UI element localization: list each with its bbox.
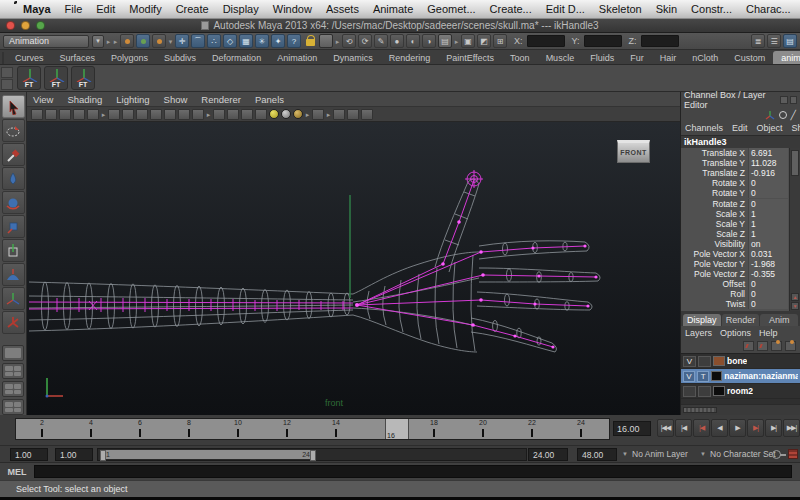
layer-color-swatch[interactable] [711, 371, 722, 381]
shelf-tab-painteffects[interactable]: PaintEffects [438, 51, 502, 64]
anim-layer-selector[interactable]: No Anim Layer [632, 449, 688, 459]
construction-history-icon[interactable]: ✎ [374, 34, 388, 48]
camera-attributes-icon[interactable] [59, 109, 71, 120]
time-slider[interactable]: 2 4 6 8 10 12 14 16 18 20 22 24 16 [15, 418, 610, 440]
isolate-select-icon[interactable] [312, 109, 324, 120]
section-divider[interactable]: ▸ [106, 35, 111, 48]
tab-display[interactable]: Display [683, 314, 721, 326]
four-pane-layout-button[interactable] [2, 363, 24, 379]
object-name-header[interactable]: ikHandle3 [681, 135, 800, 148]
last-tool-used[interactable] [2, 311, 25, 334]
scroll-up-icon[interactable]: ▲ [791, 293, 799, 301]
wireframe-on-shaded-icon[interactable] [255, 109, 267, 120]
menu-geometry[interactable]: Geomet... [420, 3, 482, 15]
paint-effects-panel-icon[interactable]: ▣ [461, 34, 475, 48]
default-lighting-icon[interactable] [269, 109, 279, 119]
snap-to-view-plane-icon[interactable]: ▦ [239, 34, 253, 48]
z-coordinate-input[interactable] [641, 35, 679, 47]
gate-mask-icon[interactable] [150, 109, 162, 120]
viewcube[interactable]: FRONT [617, 140, 650, 163]
shelf-button-ft-1[interactable]: FT [17, 66, 41, 90]
shelf-button-ft-3[interactable]: FT [71, 66, 95, 90]
channel-row[interactable]: Visibilityon [681, 239, 788, 249]
grid-toggle-icon[interactable] [108, 109, 120, 120]
shelf-tab-muscle[interactable]: Muscle [538, 51, 583, 64]
object-menu[interactable]: Object [757, 123, 783, 133]
scroll-down-icon[interactable]: ▼ [791, 302, 799, 310]
channel-row[interactable]: Rotate X0 [681, 178, 788, 188]
create-empty-layer-icon[interactable] [771, 341, 782, 351]
range-slider-bar[interactable]: 1 24 [100, 450, 316, 459]
shelf-tab-surfaces[interactable]: Surfaces [52, 51, 104, 64]
shelf-tab-deformation[interactable]: Deformation [204, 51, 269, 64]
command-line-language-toggle[interactable]: MEL [0, 467, 34, 477]
animation-start-field[interactable]: 1.00 [10, 448, 48, 461]
layer-color-swatch[interactable] [713, 356, 725, 366]
snap-to-point-icon[interactable]: ∴ [207, 34, 221, 48]
shelf-tab-subdivs[interactable]: Subdivs [156, 51, 204, 64]
single-pane-layout-button[interactable] [2, 345, 24, 361]
menu-file[interactable]: File [58, 3, 90, 15]
lasso-select-tool[interactable] [2, 119, 25, 142]
shelf-tab-hair[interactable]: Hair [652, 51, 685, 64]
layer-row-room2[interactable]: room2 [681, 384, 800, 399]
current-time-field[interactable]: 16.00 [613, 421, 651, 436]
step-forward-frame-button[interactable]: ▶| [765, 419, 782, 437]
selection-mask-arrow-icon[interactable]: ▾ [168, 35, 173, 48]
rotate-tool[interactable] [2, 191, 25, 214]
universal-manipulator-tool[interactable] [2, 239, 25, 262]
shelf-menu-icon[interactable] [2, 52, 4, 64]
channel-row[interactable]: Scale Y1 [681, 219, 788, 229]
move-layer-down-icon[interactable] [757, 341, 768, 351]
snap-to-projected-center-icon[interactable]: ◇ [223, 34, 237, 48]
x-coordinate-input[interactable] [527, 35, 565, 47]
show-menu[interactable]: Show [792, 123, 800, 133]
image-plane-icon[interactable] [87, 109, 99, 120]
channel-row[interactable]: Pole Vector Y-1.968 [681, 259, 788, 269]
history-toggle-icon[interactable]: ● [390, 34, 404, 48]
speed-state-icon[interactable] [779, 111, 787, 119]
character-set-dropdown-icon[interactable]: ▼ [700, 451, 706, 457]
step-back-frame-button[interactable]: |◀ [675, 419, 692, 437]
menu-constrain[interactable]: Constr... [684, 3, 739, 15]
menu-skin[interactable]: Skin [649, 3, 684, 15]
channels-menu[interactable]: Channels [685, 123, 723, 133]
menu-maya[interactable]: Maya [16, 3, 58, 15]
channel-row[interactable]: Rotate Y0 [681, 188, 788, 198]
layer-display-type-toggle[interactable] [698, 386, 711, 397]
panel-pin-icon[interactable] [780, 96, 787, 104]
snap-to-grid-icon[interactable]: ✛ [175, 34, 189, 48]
layer-visibility-toggle[interactable]: V [683, 371, 695, 382]
current-frame-indicator[interactable]: 16 [385, 419, 409, 439]
section-divider[interactable]: ▸ [113, 35, 118, 48]
shelf-tab-toon[interactable]: Toon [502, 51, 538, 64]
coordinate-mode-icon[interactable]: ⊞ [493, 34, 507, 48]
channel-row[interactable]: Translate X6.691 [681, 148, 788, 158]
show-attribute-editor-icon[interactable]: ≣ [751, 34, 765, 48]
character-set-selector[interactable]: No Character Set [710, 449, 776, 459]
playback-start-field[interactable]: 1.00 [55, 448, 93, 461]
command-line-input[interactable] [34, 465, 792, 478]
shelf-collapse-handle[interactable] [0, 65, 14, 92]
safe-title-icon[interactable] [192, 109, 204, 120]
persp-outliner-layout-button[interactable] [2, 381, 24, 397]
panel-menu-shading[interactable]: Shading [67, 94, 102, 105]
scale-tool[interactable] [2, 215, 25, 238]
show-tool-settings-icon[interactable]: ☰ [767, 34, 781, 48]
previous-key-button[interactable]: |◀ [693, 419, 710, 437]
y-coordinate-input[interactable] [584, 35, 622, 47]
select-component-icon[interactable] [152, 34, 166, 48]
animation-end-field[interactable]: 48.00 [577, 448, 617, 461]
viewport-panel[interactable]: View Shading Lighting Show Renderer Pane… [27, 92, 680, 415]
all-lights-icon[interactable] [281, 109, 291, 119]
menu-edit[interactable]: Edit [89, 3, 122, 15]
shelf-tab-animation[interactable]: Animation [269, 51, 325, 64]
render-settings-icon[interactable]: ▤ [438, 34, 452, 48]
render-current-frame-icon[interactable]: ◐ [406, 34, 420, 48]
options-menu[interactable]: Options [720, 328, 751, 338]
layer-row-naziman[interactable]: V T naziman:nazianman [681, 369, 800, 384]
section-divider[interactable]: ▸ [335, 35, 340, 48]
snap-help-icon[interactable]: ? [287, 34, 301, 48]
menu-edit-deformers[interactable]: Edit D... [539, 3, 592, 15]
layer-horizontal-scrollbar[interactable] [681, 404, 800, 415]
